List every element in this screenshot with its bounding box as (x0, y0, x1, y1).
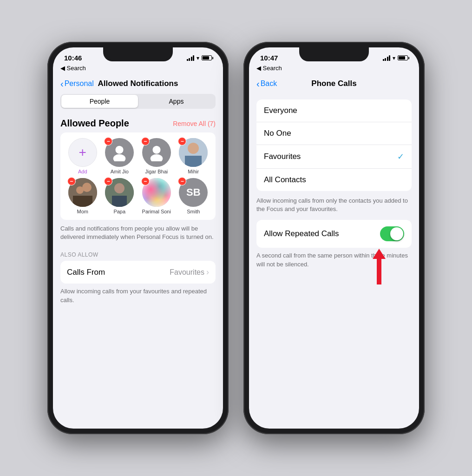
search-back-left[interactable]: ◀ Search (53, 65, 223, 73)
parimal-name: Parimal Soni (142, 209, 171, 214)
status-icons-right: ▾ (383, 55, 408, 61)
back-button-left[interactable]: ‹ Personal (60, 79, 94, 88)
papa-name: Papa (113, 209, 125, 214)
remove-all-button[interactable]: Remove All (7) (173, 120, 216, 127)
svg-point-3 (150, 154, 163, 161)
option-everyone[interactable]: Everyone (256, 99, 412, 122)
also-allow-label: ALSO ALLOW (53, 246, 223, 261)
page-title-left: Allowed Notifications (98, 79, 178, 88)
allowed-people-header: Allowed People Remove All (7) (53, 114, 223, 132)
search-back-right[interactable]: ◀ Search (249, 65, 419, 73)
phone-left: 10:46 ▾ ◀ Search ‹ Persona (47, 42, 229, 434)
allowed-people-title: Allowed People (60, 118, 129, 129)
mihir-name: Mihir (188, 169, 199, 174)
segment-control: People Apps (60, 94, 216, 109)
back-button-right[interactable]: ‹ Back (256, 79, 277, 88)
segment-people[interactable]: People (61, 95, 138, 108)
red-arrow-annotation (373, 249, 386, 284)
svg-rect-11 (73, 196, 92, 207)
contact-amit[interactable]: − Amit Jio (103, 138, 137, 174)
call-options-list: Everyone No One Favourites ✓ All Contact… (256, 99, 412, 191)
calls-info-text: Allow incoming calls from your favourite… (53, 284, 223, 308)
option-favourites-label: Favourites (264, 152, 301, 161)
time-left: 10:46 (64, 54, 82, 62)
segment-apps[interactable]: Apps (138, 95, 215, 108)
contact-mihir[interactable]: − Mihir (177, 138, 210, 174)
option-all-contacts-label: All Contacts (264, 175, 306, 185)
svg-point-1 (113, 154, 126, 161)
contact-papa[interactable]: − Papa (103, 178, 137, 214)
wifi-icon-right: ▾ (393, 55, 395, 61)
contact-jigar[interactable]: − Jigar Bhai (140, 138, 173, 174)
contacts-grid-wrapper: + Add (60, 132, 216, 220)
svg-rect-7 (185, 156, 202, 167)
add-contact-item[interactable]: + Add (66, 138, 99, 174)
svg-rect-15 (112, 196, 127, 207)
repeated-calls-label: Allow Repeated Calls (264, 229, 339, 238)
arrow-head-icon (373, 249, 386, 259)
notch-right (299, 47, 369, 61)
svg-point-2 (152, 146, 160, 154)
remove-parimal-badge[interactable]: − (141, 177, 150, 185)
svg-point-0 (116, 146, 124, 154)
repeated-calls-section: Allow Repeated Calls (256, 220, 412, 248)
notch-left (103, 47, 173, 61)
wifi-icon: ▾ (197, 55, 199, 61)
contact-parimal[interactable]: − Parimal Soni (140, 178, 173, 214)
phone-right: 10:47 ▾ ◀ Search ‹ Back (243, 42, 425, 434)
remove-mom-badge[interactable]: − (67, 177, 76, 185)
smith-name: Smith (187, 209, 200, 214)
option-no-one-label: No One (264, 129, 291, 138)
people-info-text: Calls and notifications from people you … (53, 220, 223, 246)
status-icons-left: ▾ (187, 55, 212, 61)
contact-smith[interactable]: SB − Smith (177, 178, 210, 214)
contact-mom[interactable]: − Mom (66, 178, 99, 214)
calls-from-label: Calls From (67, 268, 105, 277)
jigar-silhouette-icon (148, 144, 165, 161)
person-silhouette-icon (111, 144, 128, 161)
nav-bar-left: ‹ Personal Allowed Notifications (53, 73, 223, 94)
mom-name: Mom (77, 209, 88, 214)
calls-from-value: Favourites › (170, 267, 209, 277)
plus-icon: + (79, 145, 86, 160)
option-all-contacts[interactable]: All Contacts (256, 169, 412, 191)
repeated-calls-toggle[interactable] (380, 226, 404, 241)
signal-icon-right (383, 55, 391, 61)
remove-jigar-badge[interactable]: − (141, 137, 150, 145)
add-avatar: + (68, 138, 97, 167)
svg-point-5 (188, 143, 199, 154)
nav-bar-right: ‹ Back Phone Calls (249, 73, 419, 94)
signal-icon (187, 55, 195, 61)
jigar-name: Jigar Bhai (145, 169, 168, 174)
page-title-right: Phone Calls (311, 79, 356, 88)
chevron-right-icon: › (206, 267, 209, 277)
option-no-one[interactable]: No One (256, 122, 412, 145)
battery-icon-right (398, 55, 408, 60)
svg-point-10 (82, 183, 92, 192)
amit-name: Amit Jio (111, 169, 129, 174)
calls-from-row[interactable]: Calls From Favourites › (60, 261, 216, 284)
arrow-shaft (377, 259, 381, 284)
check-icon: ✓ (397, 152, 404, 162)
time-right: 10:47 (260, 54, 278, 62)
battery-icon (202, 55, 212, 60)
contacts-grid: + Add (66, 138, 210, 214)
add-label: Add (78, 169, 87, 174)
svg-point-13 (114, 183, 125, 193)
option-favourites[interactable]: Favourites ✓ (256, 145, 412, 169)
back-label-right: Back (261, 79, 277, 88)
back-label-left: Personal (65, 79, 94, 88)
favourites-info-text: Allow incoming calls from only the conta… (249, 195, 419, 220)
repeated-calls-info-text: A second call from the same person withi… (249, 250, 419, 270)
option-everyone-label: Everyone (264, 106, 297, 115)
